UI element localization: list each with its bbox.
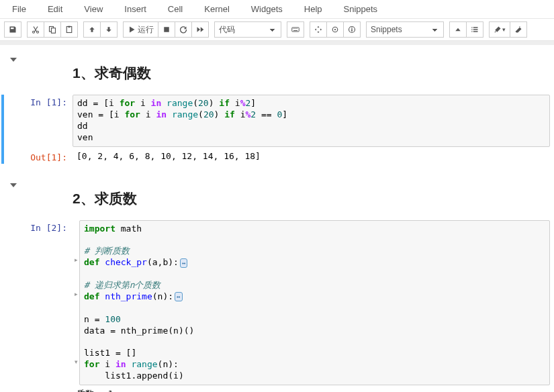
menu-insert[interactable]: Insert (118, 1, 161, 17)
command-palette-button[interactable] (287, 21, 304, 38)
fast-forward-icon (196, 26, 204, 34)
menu-widgets[interactable]: Widgets (244, 1, 297, 17)
menu-view[interactable]: View (77, 1, 118, 17)
move-up-button[interactable] (83, 21, 101, 38)
move-down-button[interactable] (100, 21, 118, 38)
eraser-icon (514, 26, 522, 34)
svg-rect-3 (52, 28, 56, 34)
svg-point-12 (471, 29, 473, 30)
fold-gutter: ▸ ▸ ▾ (73, 220, 79, 385)
run-button[interactable]: 运行 (123, 21, 158, 38)
menubar: File Edit View Insert Cell Kernel Widget… (0, 0, 554, 19)
output-1: [0, 2, 4, 6, 8, 10, 12, 14, 16, 18] (73, 150, 550, 162)
stdout-2: 质数： 1 质数： 3 (73, 388, 550, 392)
svg-point-11 (471, 27, 473, 28)
fold-marker-icon[interactable]: ↔ (180, 258, 187, 268)
in-prompt-1: In [1]: (26, 95, 73, 109)
restart-icon (179, 26, 187, 34)
toc-button[interactable] (466, 21, 483, 38)
markdown-cell[interactable]: x 1、求奇偶数 (4, 53, 550, 93)
eraser-button[interactable] (510, 21, 527, 38)
copy-icon (48, 26, 56, 34)
markdown-cell[interactable]: x 2、求质数 (4, 179, 550, 219)
cut-icon (32, 26, 40, 34)
arrow-down-icon (105, 26, 113, 34)
arrow-up-icon (88, 26, 96, 34)
code-input-1[interactable]: dd = [i for i in range(20) if i%2] ven =… (73, 95, 550, 147)
celltype-select[interactable]: 代码 (214, 21, 281, 38)
copy-button[interactable] (44, 21, 61, 38)
nbext-button-1[interactable] (310, 21, 327, 38)
paste-icon (65, 26, 73, 34)
paste-button[interactable] (60, 21, 78, 38)
menu-edit[interactable]: Edit (41, 1, 77, 17)
heading-1: 1、求奇偶数 (73, 64, 550, 83)
play-icon (128, 26, 136, 34)
in-prompt-2: In [2]: (26, 220, 73, 234)
goto-top-button[interactable] (449, 21, 467, 38)
snippets-select[interactable]: Snippets (366, 21, 444, 38)
svg-point-9 (334, 29, 336, 30)
run-label: 运行 (138, 24, 154, 36)
svg-point-1 (37, 31, 39, 33)
svg-point-0 (33, 31, 35, 33)
svg-point-13 (471, 31, 473, 32)
stop-icon (163, 26, 171, 34)
collapse-icon[interactable] (9, 181, 17, 189)
svg-rect-6 (164, 27, 169, 32)
save-icon (9, 26, 17, 34)
move-icon (314, 26, 322, 34)
info-icon (348, 26, 356, 34)
highlight-button[interactable]: ▾ (489, 21, 510, 38)
interrupt-button[interactable] (158, 21, 175, 38)
code-cell-2[interactable]: In [2]: ▸ ▸ ▾ import math # 判断质数 def che… (4, 220, 550, 392)
nbext-button-2[interactable] (326, 21, 344, 38)
collapse-icon[interactable] (9, 56, 17, 64)
menu-cell[interactable]: Cell (161, 1, 197, 17)
menu-snippets[interactable]: Snippets (337, 1, 393, 17)
code-input-2[interactable]: import math # 判断质数 def check_pr(a,b):↔ #… (79, 220, 550, 385)
chevron-up-icon (454, 26, 462, 34)
cut-button[interactable] (27, 21, 44, 38)
run-all-button[interactable] (191, 21, 209, 38)
nbext-button-3[interactable] (343, 21, 361, 38)
brush-icon (494, 26, 502, 34)
restart-button[interactable] (175, 21, 192, 38)
toolbar: 运行 代码 Snippets ▾ (0, 19, 554, 41)
menu-kernel[interactable]: Kernel (197, 1, 244, 17)
keyboard-icon (291, 26, 299, 34)
menu-file[interactable]: File (5, 1, 41, 17)
code-cell-1[interactable]: In [1]: dd = [i for i in range(20) if i%… (1, 95, 550, 164)
heading-2: 2、求质数 (73, 189, 550, 208)
menu-help[interactable]: Help (297, 1, 337, 17)
list-icon (471, 26, 479, 34)
save-button[interactable] (4, 21, 21, 38)
notebook-container: x 1、求奇偶数 In [1]: dd = [i for i in range(… (0, 45, 554, 392)
fold-marker-icon[interactable]: ↔ (175, 292, 182, 301)
target-icon (331, 26, 339, 34)
svg-rect-7 (292, 28, 299, 32)
out-prompt-1: Out[1]: (26, 150, 73, 164)
svg-rect-5 (68, 26, 71, 28)
